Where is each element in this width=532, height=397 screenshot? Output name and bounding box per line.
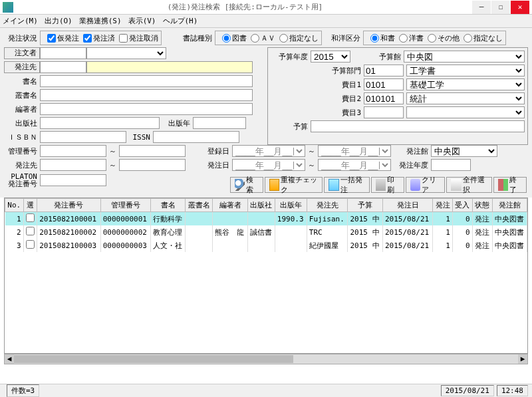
menu-link[interactable]: 業務連携(S) <box>79 16 122 26</box>
row-checkbox[interactable] <box>26 240 35 249</box>
input-hacchusaki-name[interactable] <box>86 61 253 73</box>
input-touroku-to[interactable]: ____年__月__日 <box>318 145 391 157</box>
menu-view[interactable]: 表示(V) <box>128 16 156 26</box>
input-hacchubi-to[interactable]: ____年__月__日 <box>318 159 391 171</box>
input-hacchusaki-code[interactable] <box>40 61 86 73</box>
col-header[interactable]: 出版年 <box>275 199 307 212</box>
col-header[interactable]: 出版社 <box>247 199 275 212</box>
col-header[interactable]: 書名 <box>150 199 185 212</box>
col-header[interactable]: 状態 <box>472 199 492 212</box>
col-header[interactable]: 発注番号 <box>37 199 101 212</box>
input-hacchu-from[interactable] <box>40 159 106 171</box>
menu-main[interactable]: メイン(M) <box>3 16 38 26</box>
col-header[interactable]: 選 <box>23 199 37 212</box>
col-header[interactable]: 予算 <box>348 199 383 212</box>
rad-sonota[interactable] <box>428 34 436 43</box>
result-grid[interactable]: No.選発注番号管理番号書名叢書名編著者出版社出版年発注先予算発注日発注受入状態… <box>4 198 528 354</box>
input-issn[interactable] <box>153 131 239 143</box>
input-himoku1-code[interactable] <box>364 78 404 90</box>
input-platon[interactable] <box>40 174 106 186</box>
input-himoku3-code[interactable] <box>364 106 404 118</box>
table-row[interactable]: 220150821000020000000002教育心理熊谷 龍誠信書TRC20… <box>5 225 527 239</box>
status-date: 2015/08/21 <box>441 385 494 396</box>
label-wayo: 和洋区分 <box>330 33 363 43</box>
minimize-button[interactable]: ─ <box>472 1 491 14</box>
input-himoku2-code[interactable] <box>364 92 404 104</box>
label-chumon: 注文者 <box>4 47 40 59</box>
rad-tosho[interactable] <box>222 34 231 43</box>
rad-yosho[interactable] <box>399 34 408 43</box>
rad-nashi2[interactable] <box>464 34 472 43</box>
scroll-right-icon[interactable]: ▶ <box>518 354 527 364</box>
menu-help[interactable]: ヘルプ(H) <box>163 16 198 26</box>
btn-batch[interactable]: 一括発注 <box>324 177 370 193</box>
col-header[interactable]: 受入 <box>452 199 472 212</box>
label-pub: 出版社 <box>4 118 40 128</box>
col-header[interactable]: 管理番号 <box>100 199 150 212</box>
input-shomei[interactable] <box>40 75 253 87</box>
input-isbn[interactable] <box>40 131 126 143</box>
col-header[interactable]: 発注日 <box>382 199 432 212</box>
chk-sumi[interactable] <box>83 34 92 43</box>
app-icon <box>3 2 13 13</box>
col-header[interactable]: 発注 <box>433 199 453 212</box>
input-hensha[interactable] <box>40 103 253 115</box>
rad-washo[interactable] <box>370 34 379 43</box>
btn-dup[interactable]: 重複チェック <box>265 177 323 193</box>
input-kanri-from[interactable] <box>40 145 106 157</box>
input-sousho[interactable] <box>40 89 253 101</box>
maximize-button[interactable]: ☐ <box>491 1 510 14</box>
input-hacchu-to[interactable] <box>119 159 186 171</box>
input-chumon-code[interactable] <box>40 47 86 59</box>
input-bumon-code[interactable] <box>364 65 404 76</box>
scroll-thumb[interactable] <box>14 355 293 363</box>
btn-search[interactable]: 検索 <box>230 177 263 193</box>
rad-av[interactable] <box>251 34 259 43</box>
dup-icon <box>269 179 280 191</box>
table-row[interactable]: 120150821000010000000001行動科学1990.3Fujisa… <box>5 212 527 226</box>
select-yosan-nendo[interactable]: 2015 <box>311 51 350 63</box>
btn-selall[interactable]: 全件選択 <box>446 177 492 193</box>
hscrollbar[interactable]: ◀ ▶ <box>4 354 528 364</box>
label-sousho: 叢書名 <box>4 90 40 100</box>
col-header[interactable]: 編著者 <box>213 199 247 212</box>
btn-print[interactable]: 印刷 <box>371 177 404 193</box>
input-pub[interactable] <box>40 117 160 129</box>
col-header[interactable]: 叢書名 <box>186 199 213 212</box>
select-himoku1[interactable]: 基礎工学 <box>406 78 525 90</box>
label-himoku3: 費目3 <box>271 108 364 118</box>
select-himoku2[interactable]: 統計 <box>406 92 525 104</box>
label-yosan-nendo: 予算年度 <box>271 52 311 62</box>
col-header[interactable]: 発注先 <box>307 199 348 212</box>
table-row[interactable]: 320150821000030000000003人文・社紀伊國屋2015 中20… <box>5 239 527 252</box>
chk-torikeshi[interactable] <box>119 34 128 43</box>
input-kanri-to[interactable] <box>119 145 186 157</box>
row-checkbox[interactable] <box>26 213 35 222</box>
input-touroku-from[interactable]: ____年__月__日 <box>232 145 305 157</box>
input-puby[interactable] <box>193 117 246 129</box>
row-checkbox[interactable] <box>26 227 35 235</box>
menu-output[interactable]: 出力(O) <box>45 16 72 26</box>
btn-clear[interactable]: クリア <box>406 177 445 193</box>
input-yosan[interactable] <box>311 120 525 132</box>
close-button[interactable]: ✕ <box>511 1 529 14</box>
menubar: メイン(M) 出力(O) 業務連携(S) 表示(V) ヘルプ(H) <box>0 15 532 28</box>
group-order-status: 仮発注 発注済 発注取消 <box>40 31 162 45</box>
select-bumon[interactable]: 工学書 <box>406 65 525 76</box>
chk-kari[interactable] <box>47 34 56 43</box>
label-himoku1: 費目1 <box>271 80 364 90</box>
btn-exit[interactable]: 終了 <box>493 177 527 193</box>
col-header[interactable]: No. <box>5 199 24 212</box>
label-hacchusaki: 発注先 <box>4 61 40 73</box>
input-hacchu-nendo[interactable] <box>431 159 471 171</box>
select-chumon[interactable] <box>86 47 166 59</box>
select-yosankan[interactable]: 中央図 <box>404 51 525 63</box>
rad-nashi1[interactable] <box>279 34 288 43</box>
statusbar: 件数=3 2015/08/21 12:48 <box>0 384 532 397</box>
col-header[interactable]: 発注館 <box>492 199 527 212</box>
window-title: (発注)発注検索 [接続先:ローカル-テスト用] <box>19 2 471 12</box>
select-hacchukan[interactable]: 中央図 <box>431 145 497 157</box>
select-himoku3[interactable] <box>406 106 525 118</box>
input-hacchubi-from[interactable]: ____年__月__日 <box>232 159 305 171</box>
scroll-left-icon[interactable]: ◀ <box>5 354 14 364</box>
